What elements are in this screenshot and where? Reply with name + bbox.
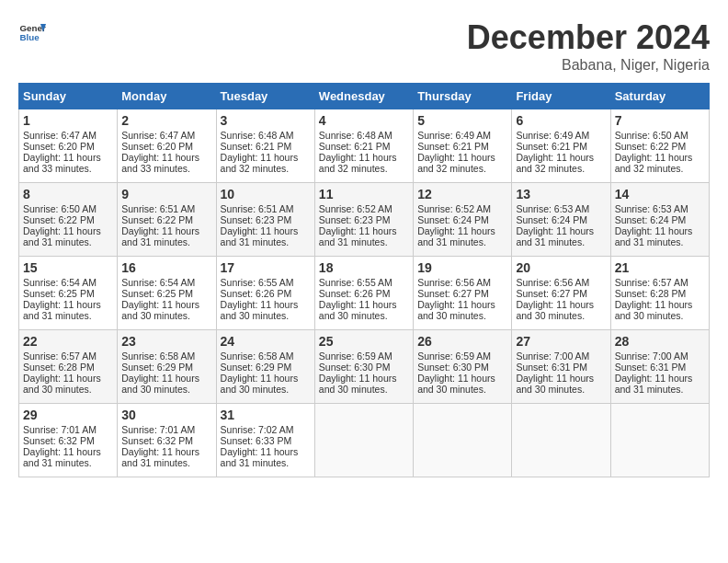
day-info: Sunrise: 6:51 AM	[221, 203, 311, 214]
day-info: Sunset: 6:25 PM	[121, 288, 211, 299]
day-info: Sunset: 6:21 PM	[417, 141, 507, 152]
day-info: Daylight: 11 hours and 31 minutes.	[615, 373, 705, 395]
day-number: 3	[221, 113, 311, 128]
table-row: 22Sunrise: 6:57 AMSunset: 6:28 PMDayligh…	[19, 330, 118, 404]
day-number: 5	[417, 113, 507, 128]
day-info: Sunrise: 7:00 AM	[615, 350, 705, 362]
table-row: 17Sunrise: 6:55 AMSunset: 6:26 PMDayligh…	[216, 257, 314, 330]
table-row	[314, 404, 413, 477]
day-info: Daylight: 11 hours and 31 minutes.	[319, 225, 409, 247]
table-row: 1Sunrise: 6:47 AMSunset: 6:20 PMDaylight…	[19, 109, 118, 183]
day-number: 26	[417, 334, 507, 349]
col-monday: Monday	[118, 84, 216, 109]
day-number: 15	[23, 260, 113, 275]
day-info: Sunrise: 6:50 AM	[615, 130, 705, 141]
table-row: 23Sunrise: 6:58 AMSunset: 6:29 PMDayligh…	[118, 330, 216, 404]
day-info: Daylight: 11 hours and 31 minutes.	[23, 299, 113, 321]
day-info: Sunset: 6:24 PM	[615, 214, 705, 225]
day-info: Sunrise: 7:01 AM	[23, 424, 113, 435]
day-info: Sunset: 6:27 PM	[417, 288, 507, 299]
day-number: 18	[319, 260, 409, 275]
day-info: Daylight: 11 hours and 31 minutes.	[417, 225, 507, 247]
day-info: Sunset: 6:28 PM	[23, 362, 113, 373]
day-info: Sunrise: 6:55 AM	[221, 277, 311, 288]
day-info: Daylight: 11 hours and 32 minutes.	[417, 152, 507, 174]
day-info: Sunrise: 6:52 AM	[319, 203, 409, 214]
day-info: Sunset: 6:21 PM	[516, 141, 606, 152]
table-row: 19Sunrise: 6:56 AMSunset: 6:27 PMDayligh…	[414, 257, 512, 330]
table-row: 30Sunrise: 7:01 AMSunset: 6:32 PMDayligh…	[118, 404, 216, 477]
day-number: 19	[417, 260, 507, 275]
col-tuesday: Tuesday	[216, 84, 314, 109]
day-info: Daylight: 11 hours and 31 minutes.	[615, 225, 705, 247]
table-row: 12Sunrise: 6:52 AMSunset: 6:24 PMDayligh…	[414, 183, 512, 257]
day-info: Sunrise: 6:48 AM	[319, 130, 409, 141]
table-row: 10Sunrise: 6:51 AMSunset: 6:23 PMDayligh…	[216, 183, 314, 257]
day-info: Sunrise: 6:53 AM	[615, 203, 705, 214]
day-info: Daylight: 11 hours and 32 minutes.	[516, 152, 606, 174]
day-info: Daylight: 11 hours and 30 minutes.	[516, 373, 606, 395]
calendar-table: Sunday Monday Tuesday Wednesday Thursday…	[18, 83, 710, 477]
table-row: 11Sunrise: 6:52 AMSunset: 6:23 PMDayligh…	[314, 183, 413, 257]
table-row: 27Sunrise: 7:00 AMSunset: 6:31 PMDayligh…	[512, 330, 610, 404]
day-info: Daylight: 11 hours and 30 minutes.	[121, 299, 211, 321]
day-info: Daylight: 11 hours and 33 minutes.	[121, 152, 211, 174]
day-info: Sunrise: 6:48 AM	[221, 130, 311, 141]
svg-text:Blue: Blue	[20, 32, 40, 42]
day-info: Daylight: 11 hours and 30 minutes.	[121, 373, 211, 395]
table-row: 15Sunrise: 6:54 AMSunset: 6:25 PMDayligh…	[19, 257, 118, 330]
table-row	[610, 404, 709, 477]
day-info: Sunset: 6:22 PM	[23, 214, 113, 225]
table-row: 21Sunrise: 6:57 AMSunset: 6:28 PMDayligh…	[610, 257, 709, 330]
day-info: Daylight: 11 hours and 30 minutes.	[417, 373, 507, 395]
day-info: Daylight: 11 hours and 30 minutes.	[615, 299, 705, 321]
day-info: Daylight: 11 hours and 31 minutes.	[23, 446, 113, 468]
day-info: Daylight: 11 hours and 31 minutes.	[121, 225, 211, 247]
day-info: Daylight: 11 hours and 32 minutes.	[319, 152, 409, 174]
day-info: Sunrise: 6:54 AM	[121, 277, 211, 288]
day-info: Sunrise: 7:00 AM	[516, 350, 606, 362]
table-row: 2Sunrise: 6:47 AMSunset: 6:20 PMDaylight…	[118, 109, 216, 183]
location-title: Babana, Niger, Nigeria	[467, 57, 710, 74]
day-number: 8	[23, 187, 113, 201]
day-info: Sunset: 6:30 PM	[417, 362, 507, 373]
day-number: 1	[23, 113, 113, 128]
day-number: 21	[615, 260, 705, 275]
day-info: Daylight: 11 hours and 31 minutes.	[23, 225, 113, 247]
day-info: Sunrise: 6:53 AM	[516, 203, 606, 214]
day-number: 24	[221, 334, 311, 349]
day-number: 25	[319, 334, 409, 349]
day-info: Sunset: 6:31 PM	[615, 362, 705, 373]
day-info: Sunset: 6:23 PM	[319, 214, 409, 225]
day-info: Sunrise: 6:52 AM	[417, 203, 507, 214]
day-number: 14	[615, 187, 705, 201]
day-info: Sunset: 6:26 PM	[319, 288, 409, 299]
day-info: Sunset: 6:21 PM	[319, 141, 409, 152]
day-info: Daylight: 11 hours and 31 minutes.	[121, 446, 211, 468]
day-info: Sunset: 6:24 PM	[516, 214, 606, 225]
table-row: 9Sunrise: 6:51 AMSunset: 6:22 PMDaylight…	[118, 183, 216, 257]
table-row: 26Sunrise: 6:59 AMSunset: 6:30 PMDayligh…	[414, 330, 512, 404]
table-row: 14Sunrise: 6:53 AMSunset: 6:24 PMDayligh…	[610, 183, 709, 257]
day-info: Daylight: 11 hours and 31 minutes.	[516, 225, 606, 247]
day-info: Daylight: 11 hours and 30 minutes.	[221, 373, 311, 395]
day-info: Sunset: 6:25 PM	[23, 288, 113, 299]
day-info: Sunrise: 6:59 AM	[417, 350, 507, 362]
day-info: Sunset: 6:22 PM	[121, 214, 211, 225]
day-info: Sunrise: 6:57 AM	[615, 277, 705, 288]
calendar-row: 8Sunrise: 6:50 AMSunset: 6:22 PMDaylight…	[19, 183, 710, 257]
logo: General Blue	[18, 18, 46, 46]
day-info: Daylight: 11 hours and 33 minutes.	[23, 152, 113, 174]
day-info: Sunrise: 6:57 AM	[23, 350, 113, 362]
day-number: 31	[221, 408, 311, 422]
day-number: 11	[319, 187, 409, 201]
day-info: Sunset: 6:29 PM	[121, 362, 211, 373]
day-info: Daylight: 11 hours and 31 minutes.	[221, 225, 311, 247]
day-info: Sunrise: 6:58 AM	[221, 350, 311, 362]
day-info: Sunset: 6:33 PM	[221, 435, 311, 446]
day-info: Daylight: 11 hours and 30 minutes.	[417, 299, 507, 321]
table-row: 8Sunrise: 6:50 AMSunset: 6:22 PMDaylight…	[19, 183, 118, 257]
table-row: 18Sunrise: 6:55 AMSunset: 6:26 PMDayligh…	[314, 257, 413, 330]
table-row: 6Sunrise: 6:49 AMSunset: 6:21 PMDaylight…	[512, 109, 610, 183]
day-number: 17	[221, 260, 311, 275]
